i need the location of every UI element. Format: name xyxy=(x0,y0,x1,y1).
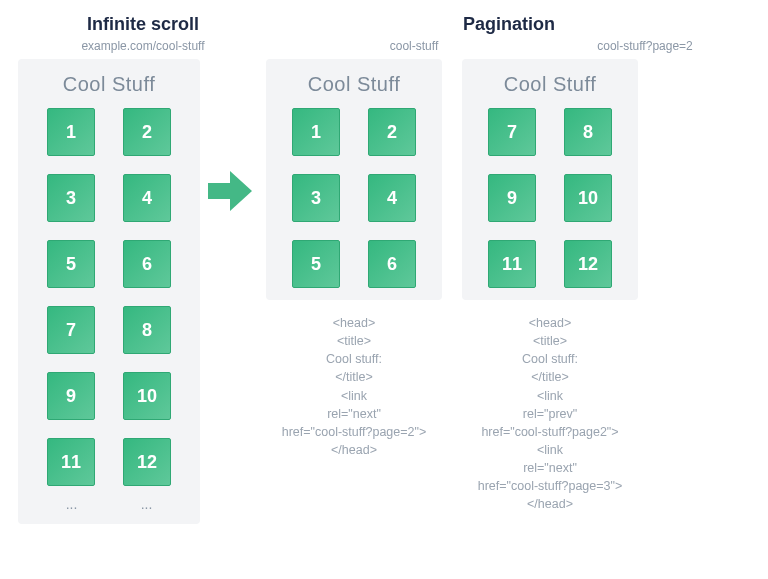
content-tile: 9 xyxy=(488,174,536,222)
content-tile: 11 xyxy=(488,240,536,288)
content-tile: 11 xyxy=(47,438,95,486)
ellipsis-icon: ... xyxy=(141,496,153,512)
content-tile: 9 xyxy=(47,372,95,420)
ellipsis-icon: ... xyxy=(66,496,78,512)
content-tile: 3 xyxy=(292,174,340,222)
page1-card: Cool Stuff 1 2 3 4 5 6 xyxy=(266,59,442,300)
arrow-column xyxy=(200,59,260,213)
content-tile: 12 xyxy=(564,240,612,288)
heading-infinite-scroll: Infinite scroll xyxy=(18,14,268,35)
content-tile: 12 xyxy=(123,438,171,486)
content-tile: 1 xyxy=(292,108,340,156)
page1-column: Cool Stuff 1 2 3 4 5 6 <head> <title> Co… xyxy=(266,59,442,513)
content-tile: 4 xyxy=(368,174,416,222)
content-tile: 2 xyxy=(123,108,171,156)
infinite-card-title: Cool Stuff xyxy=(34,73,184,96)
content-tile: 6 xyxy=(123,240,171,288)
content-tile: 7 xyxy=(488,108,536,156)
content-tile: 8 xyxy=(564,108,612,156)
content-tile: 5 xyxy=(292,240,340,288)
content-tile: 10 xyxy=(123,372,171,420)
page1-card-title: Cool Stuff xyxy=(282,73,426,96)
page1-grid: 1 2 3 4 5 6 xyxy=(282,108,426,288)
arrow-right-icon xyxy=(206,169,254,213)
page2-grid: 7 8 9 10 11 12 xyxy=(478,108,622,288)
infinite-scroll-card: Cool Stuff 1 2 3 4 5 6 7 8 9 10 11 12 ..… xyxy=(18,59,200,524)
page2-column: Cool Stuff 7 8 9 10 11 12 <head> <title>… xyxy=(462,59,638,513)
page2-card-title: Cool Stuff xyxy=(478,73,622,96)
content-tile: 4 xyxy=(123,174,171,222)
content-tile: 1 xyxy=(47,108,95,156)
content-tile: 7 xyxy=(47,306,95,354)
content-tile: 6 xyxy=(368,240,416,288)
pagination-section: Cool Stuff 1 2 3 4 5 6 <head> <title> Co… xyxy=(260,59,750,513)
url-page2: cool-stuff?page=2 xyxy=(540,39,750,53)
diagram-canvas: Infinite scroll Pagination example.com/c… xyxy=(0,0,768,579)
pagination-pages-row: Cool Stuff 1 2 3 4 5 6 <head> <title> Co… xyxy=(266,59,750,513)
content-tile: 10 xyxy=(564,174,612,222)
infinite-ellipsis-row: ... ... xyxy=(34,496,184,512)
page2-card: Cool Stuff 7 8 9 10 11 12 xyxy=(462,59,638,300)
content-tile: 3 xyxy=(47,174,95,222)
url-page1: cool-stuff xyxy=(294,39,534,53)
headings-row: Infinite scroll Pagination xyxy=(18,14,750,35)
url-row: example.com/cool-stuff cool-stuff cool-s… xyxy=(18,39,750,53)
page1-head-code: <head> <title> Cool stuff: </title> <lin… xyxy=(282,314,427,459)
content-tile: 8 xyxy=(123,306,171,354)
heading-pagination: Pagination xyxy=(268,14,750,35)
infinite-grid: 1 2 3 4 5 6 7 8 9 10 11 12 xyxy=(34,108,184,486)
url-infinite: example.com/cool-stuff xyxy=(18,39,268,53)
page2-head-code: <head> <title> Cool stuff: </title> <lin… xyxy=(478,314,623,513)
body-row: Cool Stuff 1 2 3 4 5 6 7 8 9 10 11 12 ..… xyxy=(18,59,750,524)
content-tile: 2 xyxy=(368,108,416,156)
content-tile: 5 xyxy=(47,240,95,288)
